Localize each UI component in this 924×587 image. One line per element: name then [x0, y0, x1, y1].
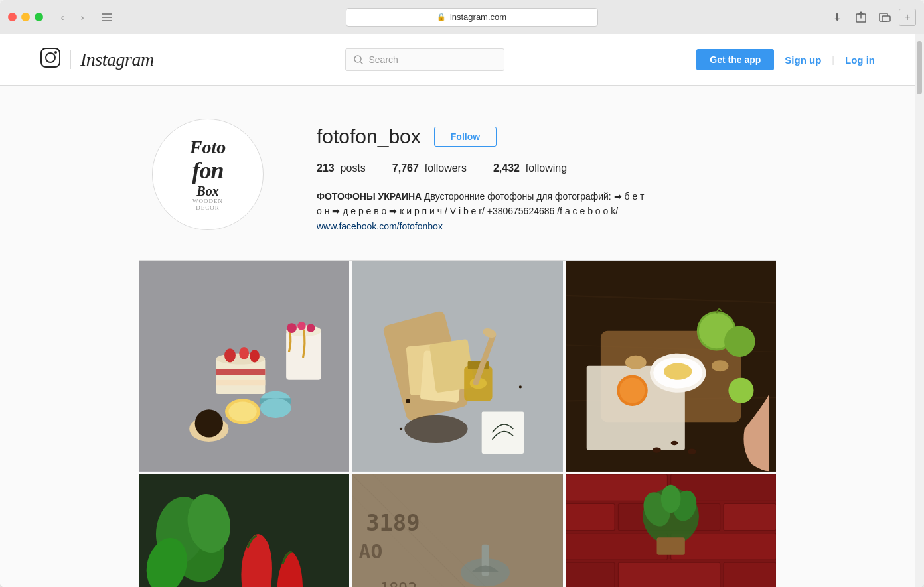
signup-link[interactable]: Sign up — [785, 54, 821, 66]
svg-point-7 — [46, 53, 55, 62]
ig-header-actions: Get the app Sign up | Log in — [696, 49, 875, 70]
download-button[interactable]: ⬇ — [827, 9, 847, 26]
traffic-lights — [8, 13, 43, 21]
posts-count: 213 — [317, 163, 335, 174]
login-link[interactable]: Log in — [845, 54, 875, 66]
follow-button[interactable]: Follow — [434, 127, 497, 147]
svg-point-56 — [664, 363, 692, 380]
svg-point-63 — [619, 378, 645, 403]
photo-image-2 — [352, 261, 562, 471]
svg-rect-13 — [216, 369, 265, 375]
svg-point-28 — [307, 324, 315, 332]
svg-point-61 — [724, 326, 755, 358]
svg-text:3189: 3189 — [366, 509, 420, 535]
svg-point-18 — [250, 350, 260, 363]
following-label: following — [526, 163, 567, 174]
svg-point-21 — [260, 398, 291, 418]
close-button[interactable] — [8, 13, 17, 21]
following-stat: 2,432 following — [493, 163, 567, 174]
get-app-button[interactable]: Get the app — [696, 49, 774, 70]
page-content: Instagram Search Get the app Sign up | — [0, 34, 924, 587]
instagram-logo-text: Instagram — [80, 49, 154, 70]
posts-stat: 213 posts — [317, 163, 366, 174]
profile-avatar-wrap: Foto fon Box WOODENDECOR — [152, 119, 264, 230]
svg-point-41 — [406, 399, 410, 403]
minimize-button[interactable] — [21, 13, 30, 21]
ig-logo-area: Instagram — [40, 47, 154, 72]
svg-point-8 — [54, 51, 57, 54]
back-button[interactable]: ‹ — [54, 10, 71, 25]
profile-bio: ФОТОФОНЫ УКРАИНА Двусторонние фотофоны д… — [317, 189, 649, 233]
nav-buttons: ‹ › — [54, 10, 91, 25]
svg-point-30 — [228, 402, 256, 422]
svg-point-17 — [239, 347, 249, 359]
followers-label: followers — [425, 163, 467, 174]
photo-cell-3[interactable] — [566, 261, 776, 471]
svg-text:1892: 1892 — [380, 578, 418, 587]
svg-point-65 — [653, 448, 661, 453]
posts-label: posts — [341, 163, 366, 174]
bio-bold: ФОТОФОНЫ УКРАИНА — [317, 191, 422, 202]
svg-point-27 — [297, 322, 306, 330]
url-text: instagram.com — [450, 12, 506, 22]
svg-point-43 — [519, 385, 522, 388]
svg-point-57 — [625, 356, 647, 369]
svg-rect-89 — [724, 503, 776, 530]
photo-cell-1[interactable] — [139, 261, 349, 471]
address-bar-wrapper: 🔒 instagram.com — [123, 8, 820, 27]
svg-rect-2 — [102, 20, 112, 21]
main-content: Instagram Search Get the app Sign up | — [0, 34, 915, 587]
svg-point-58 — [712, 360, 728, 371]
forward-button[interactable]: › — [74, 10, 91, 25]
photo-image-1 — [139, 261, 349, 471]
profile-stats: 213 posts 7,767 followers 2,432 followin… — [317, 163, 763, 174]
bio-link[interactable]: www.facebook.com/fotofonbox — [317, 221, 443, 231]
svg-point-44 — [400, 428, 402, 430]
photo-cell-5[interactable]: 3189 AO 1892 — [352, 474, 562, 587]
photo-grid: 3189 AO 1892 — [139, 261, 776, 587]
svg-rect-92 — [566, 562, 615, 587]
photo-cell-6[interactable] — [566, 474, 776, 587]
browser-window: ‹ › 🔒 instagram.com ⬇ — [0, 0, 924, 587]
address-bar[interactable]: 🔒 instagram.com — [346, 8, 598, 27]
ig-search: Search — [174, 48, 677, 71]
svg-rect-87 — [566, 503, 615, 530]
followers-count: 7,767 — [392, 163, 419, 174]
ig-header: Instagram Search Get the app Sign up | — [0, 34, 915, 86]
photo-image-3 — [566, 261, 776, 471]
search-icon — [354, 55, 363, 64]
svg-point-16 — [224, 348, 236, 362]
svg-rect-14 — [216, 380, 265, 385]
new-tab-button[interactable] — [875, 9, 895, 26]
profile-username-row: fotofon_box Follow — [317, 125, 763, 148]
photo-image-5: 3189 AO 1892 — [352, 474, 562, 587]
svg-rect-106 — [656, 537, 684, 554]
photo-image-4 — [139, 474, 349, 587]
svg-rect-93 — [618, 562, 720, 587]
maximize-button[interactable] — [35, 13, 43, 21]
profile-username: fotofon_box — [317, 125, 421, 148]
avatar-logo: Foto fon Box WOODENDECOR — [190, 137, 226, 212]
search-box[interactable]: Search — [345, 48, 504, 71]
svg-point-64 — [728, 378, 753, 403]
browser-actions: ⬇ + — [827, 9, 916, 26]
svg-point-66 — [670, 441, 678, 445]
following-count: 2,432 — [493, 163, 520, 174]
share-button[interactable] — [851, 9, 871, 26]
svg-point-46 — [405, 415, 468, 443]
instagram-camera-icon — [40, 47, 61, 72]
logo-divider — [70, 50, 71, 69]
svg-rect-94 — [724, 562, 776, 587]
sidebar-toggle-button[interactable] — [98, 10, 116, 25]
scrollbar-thumb[interactable] — [917, 41, 922, 94]
photo-cell-2[interactable] — [352, 261, 562, 471]
avatar: Foto fon Box WOODENDECOR — [152, 119, 264, 230]
ig-profile: Foto fon Box WOODENDECOR fotofon_box Fol… — [139, 86, 776, 260]
scrollbar-track[interactable] — [915, 34, 924, 587]
header-divider: | — [832, 54, 834, 65]
photo-cell-4[interactable] — [139, 474, 349, 587]
svg-point-67 — [688, 449, 696, 454]
browser-titlebar: ‹ › 🔒 instagram.com ⬇ — [0, 0, 924, 34]
search-placeholder: Search — [368, 54, 398, 65]
add-button[interactable]: + — [899, 9, 916, 26]
